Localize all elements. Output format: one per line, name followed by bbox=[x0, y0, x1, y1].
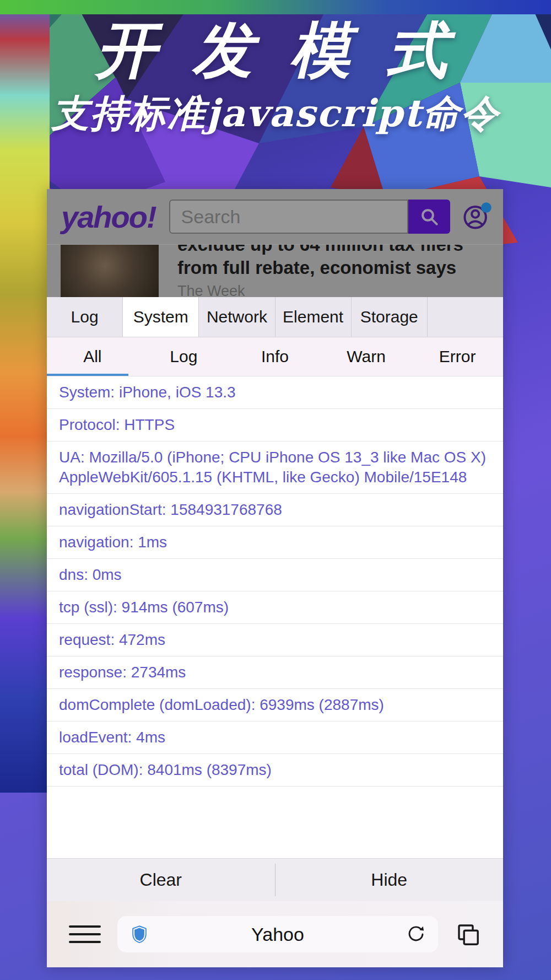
screenshot-stage: 开 发 模 式 支持标准javascript命令 yahoo! bbox=[0, 0, 551, 980]
profile-icon bbox=[461, 201, 492, 232]
hamburger-icon bbox=[69, 933, 101, 935]
tabs-icon bbox=[455, 921, 481, 947]
news-article-row[interactable]: exclude up to 64 million tax filers from… bbox=[47, 244, 503, 297]
browser-nav-bar: Yahoo bbox=[47, 901, 503, 967]
menu-button[interactable] bbox=[69, 920, 101, 949]
log-entry-useragent: UA: Mozilla/5.0 (iPhone; CPU iPhone OS 1… bbox=[47, 441, 503, 494]
search-icon bbox=[418, 206, 440, 228]
page-title: Yahoo bbox=[149, 924, 406, 945]
tabs-button[interactable] bbox=[455, 921, 481, 947]
hide-button[interactable]: Hide bbox=[276, 859, 504, 901]
hamburger-icon bbox=[69, 925, 101, 928]
article-source: The Week bbox=[177, 283, 463, 297]
article-text: exclude up to 64 million tax filers from… bbox=[177, 244, 463, 297]
log-entry-response: response: 2734ms bbox=[47, 656, 503, 689]
filter-log[interactable]: Log bbox=[138, 337, 230, 376]
hero-text: 开 发 模 式 支持标准javascript命令 bbox=[0, 0, 551, 139]
tab-storage[interactable]: Storage bbox=[352, 297, 428, 337]
filter-all[interactable]: All bbox=[47, 337, 138, 376]
log-filter-bar: All Log Info Warn Error bbox=[47, 337, 503, 376]
log-list[interactable]: System: iPhone, iOS 13.3 Protocol: HTTPS… bbox=[47, 376, 503, 858]
filter-error[interactable]: Error bbox=[412, 337, 503, 376]
filter-info[interactable]: Info bbox=[229, 337, 321, 376]
article-headline-line1: exclude up to 64 million tax filers bbox=[177, 244, 463, 256]
article-thumbnail bbox=[61, 245, 159, 297]
dev-mode-title: 开 发 模 式 bbox=[0, 15, 551, 85]
log-entry-protocol: Protocol: HTTPS bbox=[47, 409, 503, 441]
tab-element[interactable]: Element bbox=[276, 297, 352, 337]
browser-window: yahoo! bbox=[47, 189, 503, 967]
log-entry-loadevent: loadEvent: 4ms bbox=[47, 721, 503, 754]
log-entry-tcp: tcp (ssl): 914ms (607ms) bbox=[47, 591, 503, 624]
clear-button[interactable]: Clear bbox=[47, 859, 275, 901]
search-button[interactable] bbox=[408, 200, 450, 234]
log-entry-total: total (DOM): 8401ms (8397ms) bbox=[47, 754, 503, 787]
tab-bar-filler bbox=[428, 297, 503, 337]
hamburger-icon bbox=[69, 941, 101, 943]
log-entry-request: request: 472ms bbox=[47, 624, 503, 656]
tab-log[interactable]: Log bbox=[47, 297, 123, 337]
log-entry-dns: dns: 0ms bbox=[47, 559, 503, 591]
shield-icon bbox=[129, 924, 149, 944]
profile-avatar-button[interactable] bbox=[461, 201, 492, 232]
yahoo-header: yahoo! bbox=[47, 189, 503, 244]
address-bar[interactable]: Yahoo bbox=[117, 916, 438, 952]
filter-warn[interactable]: Warn bbox=[321, 337, 412, 376]
console-tab-bar: Log System Network Element Storage bbox=[47, 297, 503, 337]
article-headline-line2: from full rebate, economist says bbox=[177, 256, 463, 279]
log-entry-navigationstart: navigationStart: 1584931768768 bbox=[47, 494, 503, 526]
console-actions-bar: Clear Hide bbox=[47, 858, 503, 901]
dev-mode-subtitle: 支持标准javascript命令 bbox=[0, 89, 551, 139]
log-entry-domcomplete: domComplete (domLoaded): 6939ms (2887ms) bbox=[47, 689, 503, 721]
search-input[interactable] bbox=[169, 200, 408, 234]
yahoo-logo[interactable]: yahoo! bbox=[61, 199, 156, 235]
log-entry-navigation: navigation: 1ms bbox=[47, 526, 503, 559]
reload-button[interactable] bbox=[406, 924, 426, 944]
tab-network[interactable]: Network bbox=[199, 297, 275, 337]
log-entry-system: System: iPhone, iOS 13.3 bbox=[47, 376, 503, 409]
tab-system[interactable]: System bbox=[123, 297, 199, 337]
